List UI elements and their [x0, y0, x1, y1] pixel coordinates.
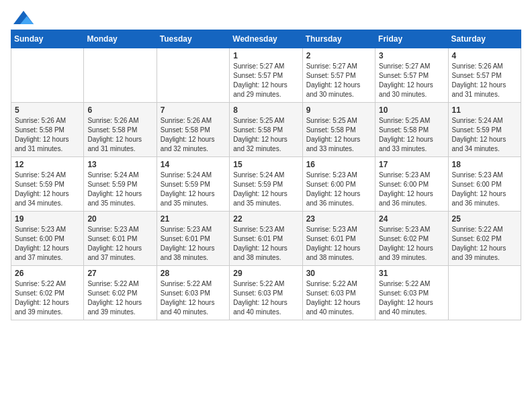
calendar-cell: 15Sunrise: 5:24 AM Sunset: 5:59 PM Dayli…: [230, 157, 302, 212]
calendar-cell: 25Sunrise: 5:22 AM Sunset: 6:02 PM Dayli…: [448, 212, 521, 266]
calendar-cell: 28Sunrise: 5:22 AM Sunset: 6:03 PM Dayli…: [157, 266, 229, 320]
day-info: Sunrise: 5:22 AM Sunset: 6:02 PM Dayligh…: [87, 279, 152, 317]
calendar-cell: [448, 266, 521, 320]
day-number: 1: [233, 51, 298, 60]
day-number: 17: [379, 160, 444, 169]
calendar-cell: 19Sunrise: 5:23 AM Sunset: 6:00 PM Dayli…: [11, 212, 84, 266]
day-info: Sunrise: 5:22 AM Sunset: 6:03 PM Dayligh…: [306, 279, 371, 317]
calendar-cell: 12Sunrise: 5:24 AM Sunset: 5:59 PM Dayli…: [11, 157, 84, 212]
calendar-cell: 23Sunrise: 5:23 AM Sunset: 6:01 PM Dayli…: [302, 212, 375, 266]
day-info: Sunrise: 5:22 AM Sunset: 6:02 PM Dayligh…: [15, 279, 80, 317]
day-info: Sunrise: 5:27 AM Sunset: 5:57 PM Dayligh…: [379, 62, 444, 99]
calendar-header: SundayMondayTuesdayWednesdayThursdayFrid…: [11, 30, 521, 48]
day-info: Sunrise: 5:23 AM Sunset: 6:01 PM Dayligh…: [306, 225, 371, 263]
calendar-cell: 11Sunrise: 5:24 AM Sunset: 5:59 PM Dayli…: [448, 103, 521, 157]
calendar-cell: 27Sunrise: 5:22 AM Sunset: 6:02 PM Dayli…: [84, 266, 157, 320]
week-row-4: 26Sunrise: 5:22 AM Sunset: 6:02 PM Dayli…: [11, 266, 521, 320]
calendar-cell: [11, 48, 84, 103]
day-number: 12: [15, 160, 80, 169]
day-info: Sunrise: 5:24 AM Sunset: 5:59 PM Dayligh…: [452, 116, 517, 154]
calendar-cell: 31Sunrise: 5:22 AM Sunset: 6:03 PM Dayli…: [375, 266, 448, 320]
calendar-cell: [84, 48, 157, 103]
day-info: Sunrise: 5:24 AM Sunset: 5:59 PM Dayligh…: [161, 171, 226, 208]
day-info: Sunrise: 5:23 AM Sunset: 6:01 PM Dayligh…: [161, 225, 226, 263]
day-info: Sunrise: 5:23 AM Sunset: 6:01 PM Dayligh…: [87, 225, 152, 263]
day-number: 16: [306, 160, 371, 169]
day-number: 6: [87, 105, 152, 115]
day-info: Sunrise: 5:25 AM Sunset: 5:58 PM Dayligh…: [379, 116, 444, 154]
day-number: 4: [452, 51, 517, 60]
calendar-cell: 22Sunrise: 5:23 AM Sunset: 6:01 PM Dayli…: [230, 212, 302, 266]
calendar-cell: 2Sunrise: 5:27 AM Sunset: 5:57 PM Daylig…: [302, 48, 375, 103]
day-info: Sunrise: 5:26 AM Sunset: 5:58 PM Dayligh…: [15, 116, 80, 154]
day-number: 29: [233, 269, 298, 278]
day-info: Sunrise: 5:23 AM Sunset: 6:00 PM Dayligh…: [379, 171, 444, 208]
calendar-cell: 1Sunrise: 5:27 AM Sunset: 5:57 PM Daylig…: [230, 48, 302, 103]
header-day-thursday: Thursday: [302, 30, 375, 48]
day-number: 31: [379, 269, 444, 278]
day-number: 20: [87, 214, 152, 224]
day-info: Sunrise: 5:22 AM Sunset: 6:03 PM Dayligh…: [379, 279, 444, 317]
day-info: Sunrise: 5:24 AM Sunset: 5:59 PM Dayligh…: [233, 171, 298, 208]
calendar-cell: 26Sunrise: 5:22 AM Sunset: 6:02 PM Dayli…: [11, 266, 84, 320]
day-number: 9: [306, 105, 371, 115]
day-number: 2: [306, 51, 371, 60]
calendar-cell: 5Sunrise: 5:26 AM Sunset: 5:58 PM Daylig…: [11, 103, 84, 157]
calendar-cell: 8Sunrise: 5:25 AM Sunset: 5:58 PM Daylig…: [230, 103, 302, 157]
calendar-cell: 18Sunrise: 5:23 AM Sunset: 6:00 PM Dayli…: [448, 157, 521, 212]
day-number: 19: [15, 214, 80, 224]
day-number: 7: [161, 105, 226, 115]
day-info: Sunrise: 5:22 AM Sunset: 6:03 PM Dayligh…: [161, 279, 226, 317]
day-number: 30: [306, 269, 371, 278]
day-info: Sunrise: 5:26 AM Sunset: 5:58 PM Dayligh…: [87, 116, 152, 154]
week-row-3: 19Sunrise: 5:23 AM Sunset: 6:00 PM Dayli…: [11, 212, 521, 266]
calendar-cell: 21Sunrise: 5:23 AM Sunset: 6:01 PM Dayli…: [157, 212, 229, 266]
day-info: Sunrise: 5:25 AM Sunset: 5:58 PM Dayligh…: [233, 116, 298, 154]
day-number: 14: [161, 160, 226, 169]
header-day-wednesday: Wednesday: [230, 30, 302, 48]
day-number: 24: [379, 214, 444, 224]
day-number: 23: [306, 214, 371, 224]
calendar-cell: 9Sunrise: 5:25 AM Sunset: 5:58 PM Daylig…: [302, 103, 375, 157]
day-number: 18: [452, 160, 517, 169]
day-info: Sunrise: 5:27 AM Sunset: 5:57 PM Dayligh…: [306, 62, 371, 99]
day-number: 5: [15, 105, 80, 115]
header-day-monday: Monday: [84, 30, 157, 48]
day-number: 15: [233, 160, 298, 169]
calendar-body: 1Sunrise: 5:27 AM Sunset: 5:57 PM Daylig…: [11, 48, 521, 320]
header-day-tuesday: Tuesday: [157, 30, 229, 48]
calendar-cell: 24Sunrise: 5:23 AM Sunset: 6:02 PM Dayli…: [375, 212, 448, 266]
header-row: SundayMondayTuesdayWednesdayThursdayFrid…: [11, 30, 521, 48]
day-info: Sunrise: 5:24 AM Sunset: 5:59 PM Dayligh…: [87, 171, 152, 208]
calendar-cell: 20Sunrise: 5:23 AM Sunset: 6:01 PM Dayli…: [84, 212, 157, 266]
day-info: Sunrise: 5:23 AM Sunset: 6:00 PM Dayligh…: [306, 171, 371, 208]
day-info: Sunrise: 5:22 AM Sunset: 6:02 PM Dayligh…: [452, 225, 517, 263]
day-info: Sunrise: 5:23 AM Sunset: 6:00 PM Dayligh…: [452, 171, 517, 208]
calendar-cell: 16Sunrise: 5:23 AM Sunset: 6:00 PM Dayli…: [302, 157, 375, 212]
calendar-cell: 13Sunrise: 5:24 AM Sunset: 5:59 PM Dayli…: [84, 157, 157, 212]
day-number: 26: [15, 269, 80, 278]
calendar-cell: 17Sunrise: 5:23 AM Sunset: 6:00 PM Dayli…: [375, 157, 448, 212]
week-row-1: 5Sunrise: 5:26 AM Sunset: 5:58 PM Daylig…: [11, 103, 521, 157]
day-number: 10: [379, 105, 444, 115]
day-info: Sunrise: 5:23 AM Sunset: 6:01 PM Dayligh…: [233, 225, 298, 263]
calendar-cell: 3Sunrise: 5:27 AM Sunset: 5:57 PM Daylig…: [375, 48, 448, 103]
day-number: 8: [233, 105, 298, 115]
header-day-friday: Friday: [375, 30, 448, 48]
calendar-cell: 14Sunrise: 5:24 AM Sunset: 5:59 PM Dayli…: [157, 157, 229, 212]
day-number: 22: [233, 214, 298, 224]
day-number: 27: [87, 269, 152, 278]
day-info: Sunrise: 5:26 AM Sunset: 5:57 PM Dayligh…: [452, 62, 517, 99]
calendar-cell: 4Sunrise: 5:26 AM Sunset: 5:57 PM Daylig…: [448, 48, 521, 103]
day-info: Sunrise: 5:25 AM Sunset: 5:58 PM Dayligh…: [306, 116, 371, 154]
calendar-table: SundayMondayTuesdayWednesdayThursdayFrid…: [11, 30, 521, 320]
day-number: 28: [161, 269, 226, 278]
logo: [11, 11, 34, 24]
day-number: 13: [87, 160, 152, 169]
logo-icon: [13, 11, 34, 24]
day-info: Sunrise: 5:23 AM Sunset: 6:00 PM Dayligh…: [15, 225, 80, 263]
calendar-cell: 29Sunrise: 5:22 AM Sunset: 6:03 PM Dayli…: [230, 266, 302, 320]
page-header: [11, 11, 521, 24]
calendar-cell: 6Sunrise: 5:26 AM Sunset: 5:58 PM Daylig…: [84, 103, 157, 157]
day-number: 21: [161, 214, 226, 224]
